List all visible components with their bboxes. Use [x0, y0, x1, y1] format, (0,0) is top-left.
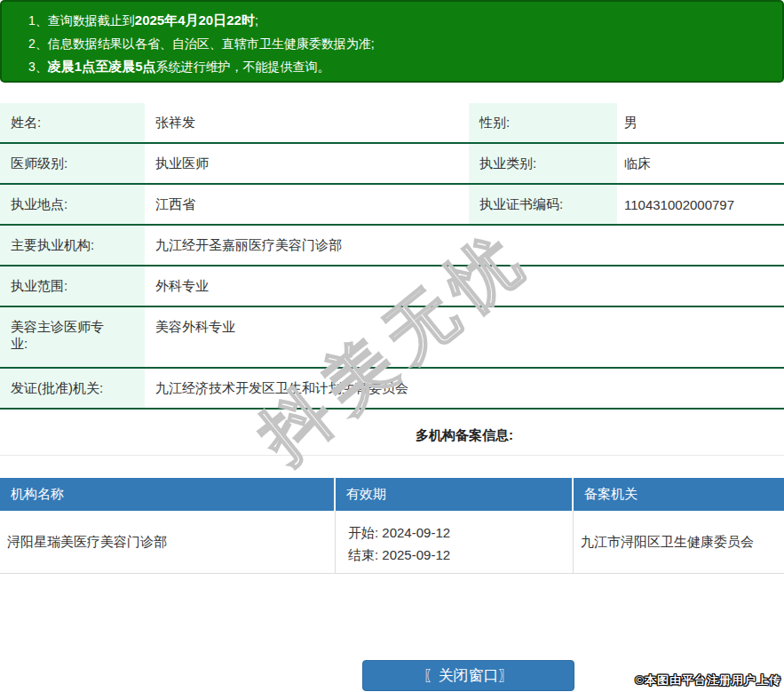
- gender-value: 男: [617, 103, 784, 142]
- header-authority: 备案机关: [574, 478, 784, 511]
- name-label: 姓名:: [0, 103, 145, 142]
- info-row-issuing-authority: 发证(批准)机关: 九江经济技术开发区卫生和计划生育委员会: [0, 369, 784, 410]
- practice-location-value: 江西省: [145, 185, 469, 224]
- certificate-no-label: 执业证书编码:: [469, 185, 617, 224]
- info-row-name-gender: 姓名: 张祥发 性别: 男: [0, 103, 784, 144]
- name-value: 张祥发: [145, 103, 469, 142]
- validity-end: 结束: 2025-09-12: [348, 544, 573, 566]
- filing-records-table: 机构名称 有效期 备案机关 浔阳星瑞美医疗美容门诊部 开始: 2024-09-1…: [0, 478, 784, 574]
- upload-credit-text: ©本图由平台注册用户上传: [635, 672, 781, 688]
- info-row-practice-scope: 执业范围: 外科专业: [0, 266, 784, 307]
- doctor-level-label: 医师级别:: [0, 144, 145, 183]
- notice-banner: 1、查询数据截止到2025年4月20日22时; 2、信息数据结果以各省、自治区、…: [0, 0, 784, 83]
- main-org-value: 九江经开圣嘉丽医疗美容门诊部: [145, 226, 784, 265]
- practice-category-value: 临床: [617, 144, 784, 183]
- gender-label: 性别:: [469, 103, 617, 142]
- issuing-authority-value: 九江经济技术开发区卫生和计划生育委员会: [145, 369, 784, 408]
- practice-scope-label: 执业范围:: [0, 266, 145, 306]
- filing-org-name: 浔阳星瑞美医疗美容门诊部: [0, 511, 336, 573]
- info-row-level-category: 医师级别: 执业医师 执业类别: 临床: [0, 144, 784, 185]
- main-org-label: 主要执业机构:: [0, 226, 145, 265]
- filing-table-row: 浔阳星瑞美医疗美容门诊部 开始: 2024-09-12 结束: 2025-09-…: [0, 511, 784, 574]
- filing-table-header: 机构名称 有效期 备案机关: [0, 478, 784, 511]
- practice-category-label: 执业类别:: [469, 144, 617, 183]
- practice-location-label: 执业地点:: [0, 185, 145, 224]
- notice-line-2: 2、信息数据结果以各省、自治区、直辖市卫生健康委数据为准;: [28, 32, 773, 55]
- info-row-cosmetic-specialty: 美容主诊医师专业: 美容外科专业: [0, 307, 784, 369]
- multi-org-section-title: 多机构备案信息:: [145, 427, 784, 444]
- info-row-location-certno: 执业地点: 江西省 执业证书编码: 110431002000797: [0, 185, 784, 226]
- filing-authority: 九江市浔阳区卫生健康委员会: [574, 511, 784, 573]
- section-divider: [0, 455, 784, 456]
- info-row-main-org: 主要执业机构: 九江经开圣嘉丽医疗美容门诊部: [0, 226, 784, 266]
- filing-validity: 开始: 2024-09-12 结束: 2025-09-12: [336, 511, 574, 573]
- notice-line-1: 1、查询数据截止到2025年4月20日22时;: [28, 9, 773, 32]
- validity-start: 开始: 2024-09-12: [348, 521, 573, 544]
- notice-line-3: 3、凌晨1点至凌晨5点系统进行维护，不能提供查询。: [28, 55, 773, 78]
- certificate-no-value: 110431002000797: [617, 185, 784, 224]
- practice-scope-value: 外科专业: [145, 266, 784, 306]
- cosmetic-specialty-value: 美容外科专业: [145, 307, 784, 367]
- doctor-level-value: 执业医师: [145, 144, 469, 183]
- cosmetic-specialty-label: 美容主诊医师专业:: [0, 307, 145, 367]
- doctor-info-table: 姓名: 张祥发 性别: 男 医师级别: 执业医师 执业类别: 临床 执业地点: …: [0, 103, 784, 410]
- close-window-button[interactable]: 〖关闭窗口〗: [362, 660, 574, 691]
- header-validity: 有效期: [336, 478, 574, 511]
- header-org-name: 机构名称: [0, 478, 336, 511]
- issuing-authority-label: 发证(批准)机关:: [0, 369, 145, 408]
